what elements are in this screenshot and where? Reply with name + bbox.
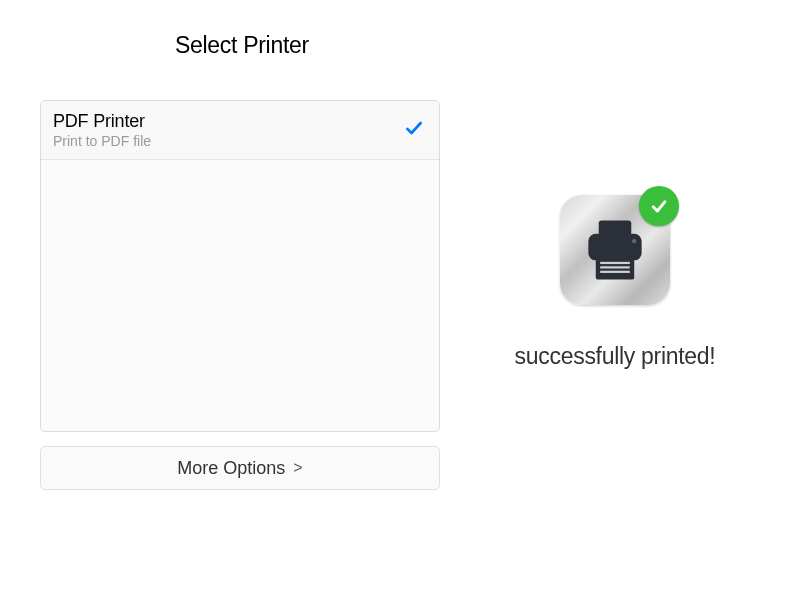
svg-rect-6 [600, 271, 630, 273]
svg-rect-4 [600, 262, 630, 264]
printer-icon [578, 213, 652, 287]
printer-name: PDF Printer [53, 111, 151, 132]
success-badge [639, 186, 679, 226]
svg-rect-0 [599, 220, 632, 235]
checkmark-icon [649, 196, 669, 216]
svg-rect-5 [600, 266, 630, 268]
checkmark-icon [404, 118, 424, 143]
chevron-right-icon: > [293, 459, 302, 477]
more-options-label: More Options [177, 458, 285, 479]
more-options-button[interactable]: More Options > [40, 446, 440, 490]
status-message: successfully printed! [515, 343, 716, 370]
printer-item-pdf[interactable]: PDF Printer Print to PDF file [41, 101, 439, 160]
printer-app-icon [560, 195, 670, 305]
printer-list: PDF Printer Print to PDF file [40, 100, 440, 432]
svg-point-2 [632, 239, 636, 243]
status-panel: successfully printed! [470, 195, 760, 370]
printer-description: Print to PDF file [53, 133, 151, 149]
printer-item-text: PDF Printer Print to PDF file [53, 111, 151, 149]
page-title: Select Printer [175, 32, 309, 59]
